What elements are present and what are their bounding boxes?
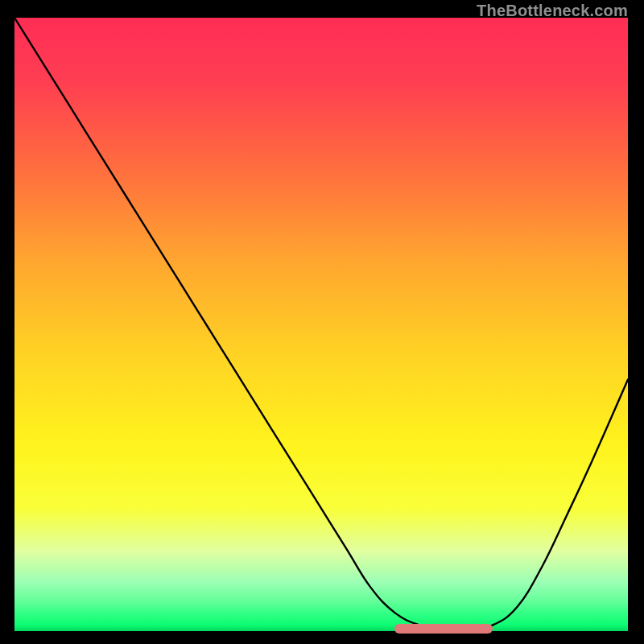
curve-path <box>14 18 628 630</box>
bottleneck-curve <box>14 18 628 631</box>
chart-container: TheBottleneck.com <box>0 0 644 644</box>
watermark: TheBottleneck.com <box>477 2 628 20</box>
plot-area <box>14 18 628 631</box>
valley-band <box>394 624 493 634</box>
